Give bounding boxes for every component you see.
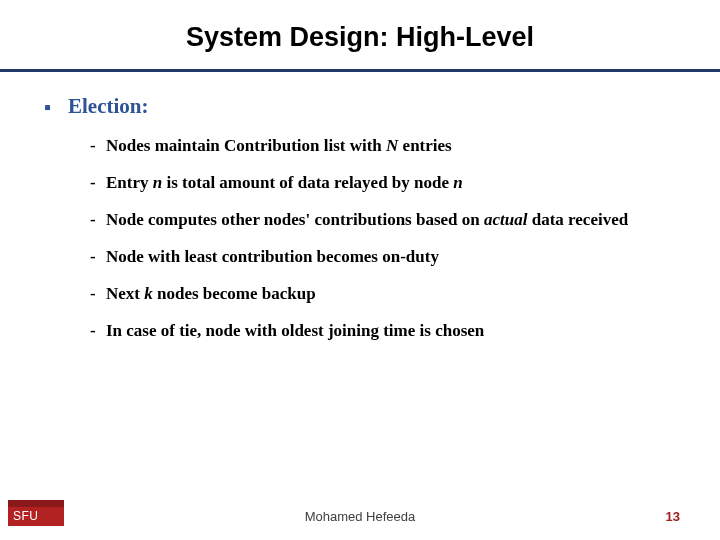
list-em: n (153, 173, 162, 192)
list-item: - Node computes other nodes' contributio… (90, 209, 676, 232)
square-bullet-icon: ▪ (44, 97, 58, 117)
list-text: In case of tie, node with oldest joining… (106, 320, 676, 343)
list-text: is total amount of data relayed by node (162, 173, 453, 192)
page-number: 13 (666, 509, 680, 524)
list-item: - In case of tie, node with oldest joini… (90, 320, 676, 343)
list-item: - Next k nodes become backup (90, 283, 676, 306)
slide-footer: SFU Mohamed Hefeeda 13 (0, 498, 720, 526)
list-text: entries (398, 136, 451, 155)
section-heading: ▪ Election: (44, 94, 676, 119)
list-text: nodes become backup (153, 284, 316, 303)
slide-title: System Design: High-Level (0, 0, 720, 65)
dash-icon: - (90, 209, 106, 232)
footer-author: Mohamed Hefeeda (0, 509, 720, 524)
list-text: Next (106, 284, 144, 303)
list-em: N (386, 136, 398, 155)
dash-icon: - (90, 246, 106, 269)
list-em: k (144, 284, 153, 303)
list-text: Entry (106, 173, 153, 192)
list-text: data received (527, 210, 628, 229)
list-item: - Entry n is total amount of data relaye… (90, 172, 676, 195)
list-item: - Node with least contribution becomes o… (90, 246, 676, 269)
list-text: Node computes other nodes' contributions… (106, 210, 484, 229)
section-label: Election: (68, 94, 148, 119)
list-item: - Nodes maintain Contribution list with … (90, 135, 676, 158)
dash-icon: - (90, 135, 106, 158)
list-text: Node with least contribution becomes on-… (106, 246, 676, 269)
list-em: actual (484, 210, 527, 229)
dash-icon: - (90, 283, 106, 306)
list-em: n (453, 173, 462, 192)
list-text: Nodes maintain Contribution list with (106, 136, 386, 155)
dash-icon: - (90, 172, 106, 195)
slide-body: ▪ Election: - Nodes maintain Contributio… (0, 72, 720, 343)
dash-icon: - (90, 320, 106, 343)
